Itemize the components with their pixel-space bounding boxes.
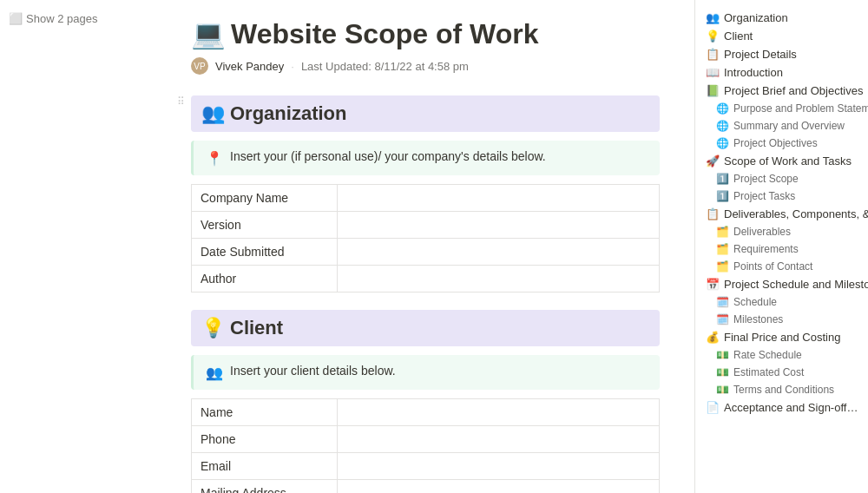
sidebar-emoji: 🗂️: [716, 260, 729, 273]
client-emoji: 💡: [201, 317, 225, 339]
sidebar-item[interactable]: 💵Estimated Cost: [695, 364, 868, 381]
table-row: Company Name: [192, 185, 660, 212]
sidebar-label: Project Brief and Objectives: [724, 84, 863, 97]
sidebar-item[interactable]: 📖Introduction: [695, 63, 868, 82]
sidebar-emoji: 📄: [706, 401, 720, 414]
organization-table: Company NameVersionDate SubmittedAuthor: [191, 184, 660, 293]
row-value[interactable]: [338, 453, 660, 480]
row-value[interactable]: [338, 239, 660, 266]
row-value[interactable]: [338, 480, 660, 494]
row-label: Author: [192, 266, 338, 293]
sidebar-label: Schedule: [733, 296, 777, 308]
sidebar-label: Project Objectives: [733, 137, 818, 149]
table-row: Date Submitted: [192, 239, 660, 266]
sidebar-item[interactable]: 🗓️Schedule: [695, 293, 868, 311]
page-title: 💻 Website Scope of Work: [191, 17, 660, 50]
sidebar-emoji: 🚀: [706, 154, 720, 168]
sidebar-emoji: 📋: [706, 48, 720, 61]
sidebar-emoji: 🗓️: [716, 296, 729, 308]
show-pages-label: Show 2 pages: [26, 12, 97, 25]
sidebar-label: Acceptance and Sign-off…: [724, 401, 858, 414]
client-callout-text: Insert your client details below.: [230, 364, 396, 378]
sidebar-item[interactable]: 1️⃣Project Tasks: [695, 187, 868, 205]
table-row: Email: [192, 453, 660, 480]
row-label: Email: [192, 453, 338, 480]
client-table: NamePhoneEmailMailing Address: [191, 398, 660, 493]
sidebar-label: Project Tasks: [733, 190, 795, 202]
sidebar-label: Summary and Overview: [733, 120, 845, 132]
callout-people-icon: 👥: [206, 365, 223, 381]
row-label: Phone: [192, 426, 338, 453]
sidebar-label: Final Price and Costing: [724, 331, 840, 344]
sidebar-emoji: 💵: [716, 366, 729, 378]
row-value[interactable]: [338, 426, 660, 453]
sidebar-label: Project Scope: [733, 173, 799, 185]
table-row: Version: [192, 212, 660, 239]
sidebar-item[interactable]: 💰Final Price and Costing: [695, 328, 868, 346]
row-label: Date Submitted: [192, 239, 338, 266]
sidebar-label: Organization: [724, 11, 788, 24]
sidebar-label: Rate Schedule: [733, 349, 802, 361]
sidebar-label: Deliverables: [733, 226, 791, 238]
sidebar-emoji: 1️⃣: [716, 173, 729, 185]
show-pages-button[interactable]: ⬜ Show 2 pages: [0, 9, 106, 29]
organization-callout-text: Insert your (if personal use)/ your comp…: [230, 149, 546, 163]
sidebar-item[interactable]: 📋Project Details: [695, 45, 868, 63]
sidebar-item[interactable]: 💡Client: [695, 27, 868, 45]
sidebar-label: Client: [724, 30, 753, 43]
sidebar-item[interactable]: 📅Project Schedule and Milestones: [695, 275, 868, 293]
pages-icon: ⬜: [9, 12, 23, 25]
drag-handle-organization[interactable]: ⠿: [177, 95, 185, 108]
sidebar-emoji: 📋: [706, 207, 720, 220]
sidebar-emoji: 🌐: [716, 120, 729, 132]
row-value[interactable]: [338, 266, 660, 293]
sidebar-item[interactable]: 📗Project Brief and Objectives: [695, 82, 868, 100]
title-emoji: 💻: [191, 17, 226, 50]
sidebar-emoji: 1️⃣: [716, 190, 729, 202]
sidebar-label: Points of Contact: [733, 260, 812, 273]
sidebar-item[interactable]: 🗓️Milestones: [695, 311, 868, 328]
sidebar-label: Requirements: [733, 243, 799, 255]
sidebar-emoji: 💡: [706, 30, 720, 43]
section-heading-organization: 👥 Organization: [191, 95, 660, 132]
sidebar-item[interactable]: 👥Organization: [695, 9, 868, 27]
sidebar-label: Purpose and Problem Statem…: [733, 102, 868, 115]
organization-callout: 📍 Insert your (if personal use)/ your co…: [191, 141, 660, 175]
row-value[interactable]: [338, 212, 660, 239]
sidebar-item[interactable]: 1️⃣Project Scope: [695, 170, 868, 187]
row-label: Company Name: [192, 185, 338, 212]
row-value[interactable]: [338, 399, 660, 426]
main-content: 💻 Website Scope of Work VP Vivek Pandey …: [174, 0, 694, 493]
last-updated: Last Updated: 8/11/22 at 4:58 pm: [301, 60, 469, 73]
sidebar-item[interactable]: 🌐Project Objectives: [695, 135, 868, 152]
sidebar-emoji: 👥: [706, 11, 720, 24]
client-callout: 👥 Insert your client details below.: [191, 355, 660, 390]
left-panel: ⬜ Show 2 pages: [0, 0, 174, 493]
sidebar-label: Deliverables, Components, & R…: [724, 207, 868, 220]
sidebar-item[interactable]: 💵Rate Schedule: [695, 346, 868, 364]
sidebar-item[interactable]: 📄Acceptance and Sign-off…: [695, 398, 868, 417]
sidebar-item[interactable]: 📋Deliverables, Components, & R…: [695, 205, 868, 223]
sidebar-item[interactable]: 🚀Scope of Work and Tasks: [695, 152, 868, 170]
table-row: Name: [192, 399, 660, 426]
sidebar-item[interactable]: 🌐Purpose and Problem Statem…: [695, 100, 868, 117]
sidebar-label: Terms and Conditions: [733, 384, 834, 396]
sidebar-item[interactable]: 🗂️Deliverables: [695, 223, 868, 240]
row-label: Version: [192, 212, 338, 239]
sidebar-label: Scope of Work and Tasks: [724, 154, 852, 168]
sidebar-item[interactable]: 🌐Summary and Overview: [695, 117, 868, 135]
table-row: Mailing Address: [192, 480, 660, 494]
organization-emoji: 👥: [201, 102, 225, 125]
sidebar-item[interactable]: 🗂️Requirements: [695, 240, 868, 258]
sidebar-label: Introduction: [724, 66, 783, 79]
sidebar-emoji: 📗: [706, 84, 720, 97]
sidebar-emoji: 🌐: [716, 137, 729, 149]
author-name[interactable]: Vivek Pandey: [215, 60, 284, 73]
callout-pin-icon: 📍: [206, 150, 223, 167]
sidebar-item[interactable]: 💵Terms and Conditions: [695, 381, 868, 398]
right-sidebar: 👥Organization💡Client📋Project Details📖Int…: [694, 0, 868, 493]
sidebar-item[interactable]: 🗂️Points of Contact: [695, 258, 868, 275]
sidebar-emoji: 🌐: [716, 102, 729, 115]
sidebar-label: Milestones: [733, 313, 783, 325]
row-value[interactable]: [338, 185, 660, 212]
